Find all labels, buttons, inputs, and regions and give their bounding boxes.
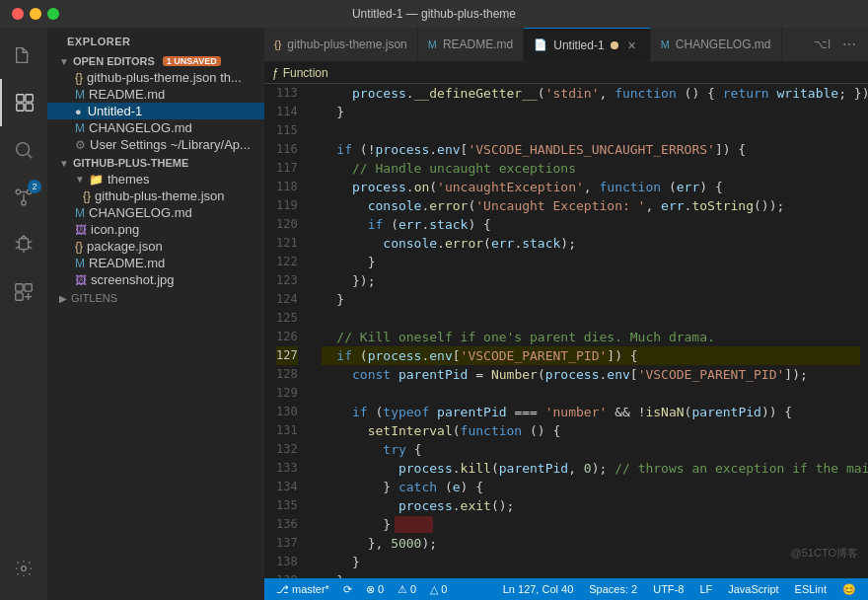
activitybar: 2 <box>0 28 47 600</box>
code-line-119: console.error('Uncaught Exception: ', er… <box>322 196 860 215</box>
tab-readme[interactable]: M README.md <box>418 28 525 61</box>
file-package-label: package.json <box>87 239 163 254</box>
open-editor-changelog[interactable]: M CHANGELOG.md <box>47 119 264 136</box>
code-line-115 <box>322 121 860 140</box>
open-editor-usersettings-label: User Settings ~/Library/Ap... <box>90 137 251 152</box>
tab-changelog-icon: M <box>661 38 670 50</box>
unsaved-badge: 1 UNSAVED <box>163 56 221 66</box>
code-content[interactable]: process.__defineGetter__('stdin', functi… <box>314 84 868 578</box>
activitybar-search[interactable] <box>0 126 47 174</box>
titlebar: Untitled-1 — github-plus-theme <box>0 0 868 28</box>
statusbar-spaces[interactable]: Spaces: 2 <box>585 578 641 600</box>
activitybar-extensions[interactable] <box>0 268 47 316</box>
tab-close-button[interactable]: × <box>624 38 640 53</box>
open-editor-untitled[interactable]: ● Untitled-1 <box>47 103 264 119</box>
explorer-title: EXPLORER <box>47 28 264 51</box>
code-editor[interactable]: 113 114 115 116 117 118 119 120 121 122 … <box>264 84 868 578</box>
folder-icon: 📁 <box>89 173 104 187</box>
activitybar-scm[interactable]: 2 <box>0 174 47 221</box>
editor-area: {} github-plus-theme.json M README.md 📄 … <box>264 28 868 600</box>
open-editor-untitled-label: Untitled-1 <box>88 104 143 118</box>
tab-json-icon: {} <box>274 38 281 50</box>
file-changelog[interactable]: M CHANGELOG.md <box>47 204 264 221</box>
language-label: JavaScript <box>728 583 778 595</box>
file-icon-png[interactable]: 🖼 icon.png <box>47 221 264 238</box>
activitybar-explorer[interactable] <box>0 79 47 126</box>
statusbar-branch[interactable]: ⎇ master* <box>272 578 333 600</box>
code-line-134: } catch (e) { <box>322 478 860 496</box>
folder-themes-label: themes <box>108 172 150 187</box>
statusbar-errors[interactable]: ⊗ 0 <box>362 578 388 600</box>
file-screenshot-icon: 🖼 <box>75 273 87 287</box>
project-chevron: ▼ <box>59 158 69 169</box>
scm-badge: 2 <box>28 180 41 193</box>
code-line-125 <box>322 309 860 328</box>
file-screenshot-jpg[interactable]: 🖼 screenshot.jpg <box>47 271 264 288</box>
app-container: 2 <box>0 28 868 600</box>
code-line-131: setInterval(function () { <box>322 421 860 440</box>
open-editors-chevron: ▼ <box>59 56 69 67</box>
file-readme-md[interactable]: M README.md <box>47 255 264 271</box>
close-button[interactable] <box>12 8 24 20</box>
activitybar-settings[interactable] <box>0 545 47 592</box>
tab-github-plus-theme-json[interactable]: {} github-plus-theme.json <box>264 28 418 61</box>
file-theme-json[interactable]: {} github-plus-theme.json <box>47 188 264 204</box>
open-editor-readme[interactable]: M README.md <box>47 86 264 103</box>
open-editor-usersettings[interactable]: ⚙ User Settings ~/Library/Ap... <box>47 136 264 153</box>
svg-point-20 <box>22 566 27 571</box>
code-line-130: if (typeof parentPid === 'number' && !is… <box>322 403 860 421</box>
code-line-139: } <box>322 571 860 578</box>
maximize-button[interactable] <box>47 8 59 20</box>
tab-untitled-1[interactable]: 📄 Untitled-1 × <box>524 28 650 61</box>
activitybar-files[interactable] <box>0 32 47 79</box>
code-line-138: } <box>322 553 860 571</box>
statusbar-alerts[interactable]: △ 0 <box>426 578 451 600</box>
code-line-128: const parentPid = Number(process.env['VS… <box>322 365 860 384</box>
code-line-114: } <box>322 103 860 121</box>
sync-icon: ⟳ <box>343 583 352 596</box>
split-editor-button[interactable]: ⌥l <box>810 36 834 53</box>
statusbar-language[interactable]: JavaScript <box>724 578 782 600</box>
statusbar-line-endings[interactable]: LF <box>695 578 716 600</box>
statusbar-linter[interactable]: ESLint <box>791 578 831 600</box>
open-editors-header[interactable]: ▼ OPEN EDITORS 1 UNSAVED <box>47 51 264 69</box>
statusbar-emoji[interactable]: 😊 <box>838 578 860 600</box>
open-editor-readme-label: README.md <box>89 87 165 102</box>
tab-changelog[interactable]: M CHANGELOG.md <box>651 28 782 61</box>
breadcrumb-function-label: Function <box>283 66 328 80</box>
file-package-json[interactable]: {} package.json <box>47 238 264 255</box>
open-editor-changelog-label: CHANGELOG.md <box>89 120 192 135</box>
statusbar-encoding[interactable]: UTF-8 <box>649 578 687 600</box>
error-count: 0 <box>378 583 384 595</box>
warning-icon: ⚠ <box>398 583 407 596</box>
breadcrumb-bar: ƒ Function <box>264 62 868 84</box>
activitybar-debug[interactable] <box>0 221 47 268</box>
more-actions-button[interactable]: ⋯ <box>838 35 860 54</box>
file-changelog-icon: M <box>75 206 85 220</box>
folder-themes[interactable]: ▼ 📁 themes <box>47 171 264 188</box>
project-folder-label: GITHUB-PLUS-THEME <box>73 157 188 169</box>
gitlens-section[interactable]: ▶ GITLENS <box>47 288 264 308</box>
tab-modified-dot <box>611 41 618 49</box>
svg-rect-0 <box>17 95 24 102</box>
spaces-label: Spaces: 2 <box>589 583 637 595</box>
encoding-label: UTF-8 <box>653 583 684 595</box>
statusbar: ⎇ master* ⟳ ⊗ 0 ⚠ 0 △ 0 <box>264 578 868 600</box>
code-line-126: // Kill oneself if one's parent dies. Mu… <box>322 328 860 346</box>
alert-count: 0 <box>441 583 447 595</box>
svg-rect-19 <box>16 293 23 300</box>
changelog-icon: M <box>75 121 85 135</box>
md-file-icon: M <box>75 88 85 102</box>
open-editor-json[interactable]: {} github-plus-theme.json th... <box>47 69 264 86</box>
statusbar-sync[interactable]: ⟳ <box>339 578 356 600</box>
gitlens-label: GITLENS <box>71 292 117 304</box>
code-line-127: if (process.env['VSCODE_PARENT_PID']) { <box>322 346 860 365</box>
code-line-137: }, 5000); <box>322 534 860 553</box>
code-line-129 <box>322 384 860 403</box>
statusbar-warnings[interactable]: ⚠ 0 <box>394 578 420 600</box>
tabbar: {} github-plus-theme.json M README.md 📄 … <box>264 28 868 62</box>
minimize-button[interactable] <box>30 8 41 20</box>
alert-icon: △ <box>430 583 438 596</box>
project-folder-header[interactable]: ▼ GITHUB-PLUS-THEME <box>47 153 264 171</box>
statusbar-position[interactable]: Ln 127, Col 40 <box>499 578 578 600</box>
